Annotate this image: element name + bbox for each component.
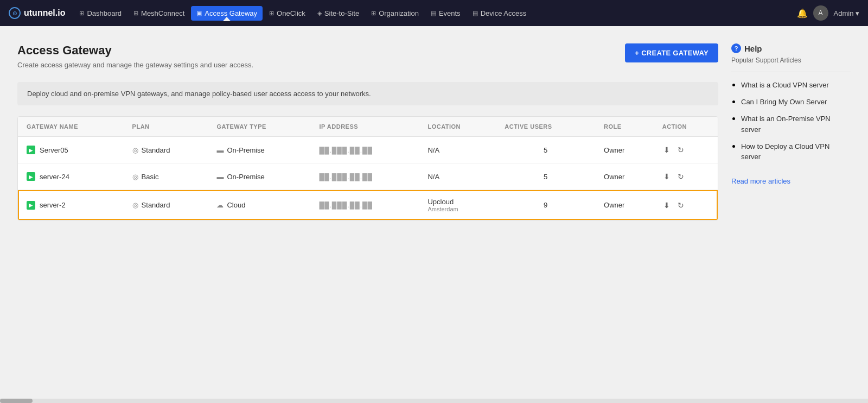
refresh-action-btn[interactable]: ↻ — [676, 144, 685, 155]
page-subtitle: Create access gateway and manage the gat… — [17, 61, 253, 69]
table-row[interactable]: ▶ server-2 ◎ Standard ☁ Cloud ██.███.██.… — [18, 190, 718, 221]
brand-icon: ⊙ — [9, 7, 21, 19]
col-header-action: ACTION — [654, 117, 718, 137]
location-cell: N/A — [419, 163, 496, 190]
help-article-link-0[interactable]: What is a Cloud VPN server — [741, 81, 829, 89]
type-cell: ▬ On-Premise — [208, 137, 310, 163]
read-more-link[interactable]: Read more articles — [731, 177, 790, 185]
help-articles: What is a Cloud VPN serverCan I Bring My… — [731, 80, 851, 162]
nav-label-device-access: Device Access — [481, 9, 527, 17]
scrollbar-thumb[interactable] — [0, 399, 33, 403]
ip-address-cell: ██.███.██.██ — [310, 137, 419, 163]
nav-item-dashboard[interactable]: ⊞Dashboard — [74, 6, 127, 21]
active-indicator — [223, 17, 231, 21]
nav-icon-oneclick: ⊞ — [269, 10, 274, 17]
help-icon: ? — [731, 43, 741, 53]
col-header-location: LOCATION — [419, 117, 496, 137]
plan-name: Standard — [142, 146, 170, 154]
location-name: N/A — [427, 173, 439, 181]
type-cell: ▬ On-Premise — [208, 163, 310, 190]
scrollbar[interactable] — [0, 399, 868, 403]
nav-item-events[interactable]: ▤Events — [425, 6, 466, 21]
type-icon: ☁ — [216, 201, 224, 209]
gateway-status-icon: ▶ — [27, 201, 35, 210]
type-name: On-Premise — [227, 146, 264, 154]
type-name: On-Premise — [227, 173, 264, 181]
refresh-action-btn[interactable]: ↻ — [676, 171, 685, 182]
help-article-item: Can I Bring My Own Server — [741, 97, 851, 107]
table-row[interactable]: ▶ server-24 ◎ Basic ▬ On-Premise ██.███.… — [18, 163, 718, 190]
download-action-btn[interactable]: ⬇ — [662, 144, 671, 155]
active-users-cell: 5 — [496, 163, 595, 190]
avatar[interactable]: A — [813, 5, 828, 21]
nav-item-meshconnect[interactable]: ⊞MeshConnect — [128, 6, 190, 21]
nav-item-access-gateway[interactable]: ▣Access Gateway — [191, 6, 263, 21]
col-header-gateway-name: GATEWAY NAME — [18, 117, 124, 137]
role-name: Owner — [604, 146, 624, 154]
ip-address: ██.███.██.██ — [319, 202, 373, 209]
download-action-btn[interactable]: ⬇ — [662, 200, 671, 211]
gateway-name-cell: ▶ server-24 — [18, 163, 124, 190]
location-cell: UpcloudAmsterdam — [419, 190, 496, 221]
help-article-item: What is an On-Premise VPN server — [741, 114, 851, 134]
nav-item-organization[interactable]: ⊞Organization — [366, 6, 424, 21]
nav-label-events: Events — [439, 9, 461, 17]
help-article-link-1[interactable]: Can I Bring My Own Server — [741, 98, 827, 106]
gateway-name-cell: ▶ server-2 — [18, 190, 124, 221]
help-article-link-3[interactable]: How to Deploy a Cloud VPN server — [741, 142, 829, 161]
action-cell: ⬇ ↻ — [654, 137, 718, 163]
refresh-action-btn[interactable]: ↻ — [676, 200, 685, 211]
plan-icon: ◎ — [132, 173, 138, 181]
page-header: Access Gateway Create access gateway and… — [17, 43, 718, 82]
help-subtitle: Popular Support Articles — [731, 56, 851, 64]
role-name: Owner — [604, 201, 624, 209]
gateway-name: Server05 — [40, 146, 68, 154]
help-article-link-2[interactable]: What is an On-Premise VPN server — [741, 115, 831, 133]
nav-item-device-access[interactable]: ▤Device Access — [467, 6, 532, 21]
action-cell: ⬇ ↻ — [654, 163, 718, 190]
active-users-count: 5 — [544, 146, 547, 154]
gateway-table: GATEWAY NAMEPLANGATEWAY TYPEIP ADDRESSLO… — [18, 117, 718, 220]
plan-icon: ◎ — [132, 201, 138, 209]
nav-item-oneclick[interactable]: ⊞OneClick — [264, 6, 311, 21]
action-cell: ⬇ ↻ — [654, 190, 718, 221]
plan-name: Standard — [142, 201, 170, 209]
navbar-right: 🔔 A Admin ▾ — [797, 5, 859, 21]
nav-label-oneclick: OneClick — [277, 9, 305, 17]
username-dropdown[interactable]: Admin ▾ — [834, 9, 859, 17]
table-body: ▶ Server05 ◎ Standard ▬ On-Premise ██.██… — [18, 137, 718, 221]
table-row[interactable]: ▶ Server05 ◎ Standard ▬ On-Premise ██.██… — [18, 137, 718, 163]
ip-address-cell: ██.███.██.██ — [310, 190, 419, 221]
brand-name: utunnel.io — [24, 8, 65, 18]
nav-icon-meshconnect: ⊞ — [133, 10, 138, 17]
page-header-text: Access Gateway Create access gateway and… — [17, 43, 253, 69]
active-users-count: 5 — [544, 173, 547, 181]
plan-cell: ◎ Standard — [124, 190, 208, 221]
plan-cell: ◎ Basic — [124, 163, 208, 190]
nav-item-site-to-site[interactable]: ◈Site-to-Site — [312, 6, 365, 21]
page-title: Access Gateway — [17, 43, 253, 58]
ip-address: ██.███.██.██ — [319, 147, 373, 154]
nav-icon-device-access: ▤ — [473, 10, 478, 17]
main-content: Access Gateway Create access gateway and… — [0, 26, 868, 221]
active-users-count: 9 — [544, 201, 547, 209]
table-header-row: GATEWAY NAMEPLANGATEWAY TYPEIP ADDRESSLO… — [18, 117, 718, 137]
gateway-table-container: GATEWAY NAMEPLANGATEWAY TYPEIP ADDRESSLO… — [17, 116, 718, 221]
active-users-cell: 9 — [496, 190, 595, 221]
nav-label-dashboard: Dashboard — [87, 9, 122, 17]
brand-logo[interactable]: ⊙ utunnel.io — [9, 7, 65, 19]
type-icon: ▬ — [216, 173, 224, 181]
nav-items: ⊞Dashboard⊞MeshConnect▣Access Gateway⊞On… — [74, 6, 794, 21]
content-left: Access Gateway Create access gateway and… — [17, 43, 718, 221]
help-divider — [731, 72, 851, 72]
gateway-name-cell: ▶ Server05 — [18, 137, 124, 163]
create-gateway-button[interactable]: + CREATE GATEWAY — [625, 43, 718, 62]
active-users-cell: 5 — [496, 137, 595, 163]
download-action-btn[interactable]: ⬇ — [662, 171, 671, 182]
nav-icon-access-gateway: ▣ — [196, 10, 202, 17]
help-title: ? Help — [731, 43, 851, 53]
notifications-icon[interactable]: 🔔 — [797, 8, 808, 18]
gateway-status-icon: ▶ — [27, 172, 35, 181]
gateway-name: server-24 — [40, 173, 69, 181]
nav-label-site-to-site: Site-to-Site — [324, 9, 359, 17]
